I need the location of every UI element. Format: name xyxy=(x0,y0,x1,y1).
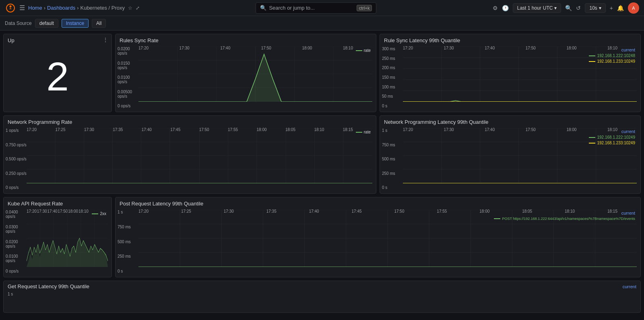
topbar: ☰ Home › Dashboards › Kubernetes / Proxy… xyxy=(0,0,644,16)
getreq-yaxis-top: 1 s xyxy=(4,290,640,298)
rules-yaxis: 0.0200 ops/s 0.0150 ops/s 0.0100 ops/s 0… xyxy=(118,45,138,110)
grafana-logo xyxy=(5,2,16,14)
rulelatency-ip1-label: 192.168.1.222:10248 xyxy=(597,53,635,58)
netproglatency-chart-area: 1 s 750 ms 500 ms 250 ms 0 s xyxy=(382,127,638,191)
chevron-down-icon: ▾ xyxy=(554,5,557,11)
alerts-icon[interactable]: 🔔 xyxy=(617,5,624,11)
panel-postreq-title: Post Request Latency 99th Quantile xyxy=(116,197,640,208)
refresh-rate-button[interactable]: 10s ▾ xyxy=(585,3,605,13)
kubeapi-chart-area: 0.0400 ops/s 0.0300 ops/s 0.0200 ops/s 0… xyxy=(6,208,109,275)
search-bar[interactable]: 🔍 Search or jump to... ctrl+k xyxy=(256,2,376,14)
panel-up-menu[interactable]: ⋮ xyxy=(103,37,108,43)
rulelatency-legend-green xyxy=(589,55,595,56)
filterbar: Data Source default Instance All xyxy=(0,16,644,31)
rulelatency-legend-yellow xyxy=(589,61,595,62)
add-panel-icon[interactable]: + xyxy=(610,5,613,11)
topbar-right: ⚙ 🕐 Last 1 hour UTC ▾ 🔍 ↺ 10s ▾ + 🔔 A xyxy=(493,2,639,14)
panel-up-value: 2 xyxy=(4,45,111,112)
netprog-legend-rate: rate xyxy=(364,130,371,134)
netproglatency-current-label: current xyxy=(621,129,635,134)
instance-filter[interactable]: Instance xyxy=(62,19,89,28)
panel-getreq-title: Get Request Latency 99th Quantile xyxy=(8,283,89,289)
panel-rule-sync-latency: Rule Sync Latency 99th Quantile 300 ms 2… xyxy=(380,34,641,112)
breadcrumb-dashboards[interactable]: Dashboards xyxy=(47,5,75,11)
postreq-chart-area: 1 s 750 ms 500 ms 250 ms 0 s xyxy=(118,208,638,275)
panel-post-request-latency: Post Request Latency 99th Quantile 1 s 7… xyxy=(115,197,641,277)
netprog-chart-inner: rate xyxy=(27,128,372,183)
postreq-legend: current POST https://192.168.1.222:6443/… xyxy=(494,211,635,221)
postreq-legend-url: POST https://192.168.1.222:6443/api/v1/n… xyxy=(502,217,635,221)
postreq-legend-green xyxy=(494,218,500,219)
panel-network-programming-latency: Network Programming Latency 99th Quantil… xyxy=(380,115,641,194)
rules-chart-svg xyxy=(138,47,372,102)
menu-toggle[interactable]: ☰ xyxy=(19,4,25,12)
rulelatency-ip2-label: 192.168.1.233:10249 xyxy=(597,59,635,64)
rulelatency-chart-area: 300 ms 250 ms 200 ms 150 ms 100 ms 50 ms… xyxy=(382,45,638,110)
panel-up-title: Up xyxy=(4,34,111,45)
netprog-legend-green xyxy=(356,132,362,133)
kubeapi-yaxis: 0.0400 ops/s 0.0300 ops/s 0.0200 ops/s 0… xyxy=(6,208,27,275)
svg-point-2 xyxy=(10,5,12,7)
netproglatency-legend-yellow xyxy=(589,143,595,144)
netproglatency-yaxis: 1 s 750 ms 500 ms 250 ms 0 s xyxy=(382,127,403,191)
panel-kube-api-request-rate: Kube API Request Rate 0.0400 ops/s 0.030… xyxy=(3,197,112,277)
panel-kubeapi-title: Kube API Request Rate xyxy=(4,197,111,208)
netproglatency-ip1-label: 192.168.1.222:10249 xyxy=(597,135,635,139)
postreq-chart-inner: current POST https://192.168.1.222:6443/… xyxy=(138,210,637,267)
getreq-current-label: current xyxy=(623,284,636,289)
star-icon[interactable]: ☆ xyxy=(128,5,132,11)
time-range-button[interactable]: Last 1 hour UTC ▾ xyxy=(513,3,561,13)
keyboard-shortcut: ctrl+k xyxy=(357,5,372,11)
kubeapi-legend-green xyxy=(92,213,98,214)
netproglatency-legend: current 192.168.1.222:10249 192.168.1.23… xyxy=(589,129,635,145)
breadcrumb: Home › Dashboards › Kubernetes / Proxy xyxy=(28,5,125,11)
search-icon: 🔍 xyxy=(260,5,266,11)
postreq-yaxis: 1 s 750 ms 500 ms 250 ms 0 s xyxy=(118,208,138,275)
panel-netproglatency-title: Network Programming Latency 99th Quantil… xyxy=(380,116,640,127)
panel-get-request-latency: Get Request Latency 99th Quantile curren… xyxy=(3,281,641,313)
kubeapi-legend: 2xx xyxy=(92,211,106,216)
clock-icon: 🕐 xyxy=(502,5,509,11)
rules-chart-area: 0.0200 ops/s 0.0150 ops/s 0.0100 ops/s 0… xyxy=(118,45,374,110)
panel-rulelatency-title: Rule Sync Latency 99th Quantile xyxy=(380,34,640,45)
netprog-legend: rate xyxy=(356,130,371,134)
netprog-yaxis: 1 ops/s 0.750 ops/s 0.500 ops/s 0.250 op… xyxy=(6,127,27,191)
netprog-chart-svg xyxy=(27,128,372,183)
legend-rate-label: rate xyxy=(364,48,371,53)
kubeapi-legend-2xx: 2xx xyxy=(100,211,106,216)
netproglatency-chart-inner: current 192.168.1.222:10249 192.168.1.23… xyxy=(403,128,637,183)
dashboard: Up ⋮ 2 Rules Sync Rate 0.0200 ops/s 0.01… xyxy=(0,31,644,316)
search-placeholder: Search or jump to... xyxy=(269,5,314,11)
rulelatency-current-label: current xyxy=(621,47,635,52)
panel-netprog-title: Network Programming Rate xyxy=(4,116,376,127)
rulelatency-yaxis: 300 ms 250 ms 200 ms 150 ms 100 ms 50 ms… xyxy=(382,45,403,110)
settings-icon[interactable]: ⚙ xyxy=(493,5,498,11)
panel-rules-sync-rate: Rules Sync Rate 0.0200 ops/s 0.0150 ops/… xyxy=(115,34,376,112)
refresh-rate-label: 10s xyxy=(589,5,597,11)
panel-network-programming-rate: Network Programming Rate 1 ops/s 0.750 o… xyxy=(3,115,376,194)
netproglatency-legend-green xyxy=(589,137,595,138)
kubeapi-chart-inner: 2xx xyxy=(27,210,108,267)
refresh-icon[interactable]: ↺ xyxy=(576,5,581,11)
share-icon[interactable]: ⤢ xyxy=(136,5,140,11)
timezone-label: UTC xyxy=(543,5,553,11)
kubeapi-chart-svg xyxy=(27,210,108,267)
topbar-left: ☰ Home › Dashboards › Kubernetes / Proxy… xyxy=(5,2,140,14)
user-avatar[interactable]: A xyxy=(628,2,639,14)
chevron-down-refresh-icon: ▾ xyxy=(599,5,601,11)
breadcrumb-current: Kubernetes / Proxy xyxy=(80,5,125,11)
rulelatency-legend: current 192.168.1.222:10248 192.168.1.23… xyxy=(589,47,635,64)
breadcrumb-home[interactable]: Home xyxy=(28,5,42,11)
rules-chart-inner: rate xyxy=(138,47,372,102)
legend-line-green xyxy=(356,50,362,51)
panel-up: Up ⋮ 2 xyxy=(3,34,112,112)
panel-rules-title: Rules Sync Rate xyxy=(116,34,376,45)
netprog-chart-area: 1 ops/s 0.750 ops/s 0.500 ops/s 0.250 op… xyxy=(6,127,374,191)
datasource-label: Data Source xyxy=(5,21,32,26)
netproglatency-ip2-label: 192.168.1.233:10249 xyxy=(597,141,635,145)
datasource-filter[interactable]: default xyxy=(35,19,58,28)
zoom-out-icon[interactable]: 🔍 xyxy=(565,5,572,11)
rules-legend: rate xyxy=(356,48,371,53)
all-filter[interactable]: All xyxy=(92,19,106,28)
rulelatency-chart-inner: current 192.168.1.222:10248 192.168.1.23… xyxy=(403,47,637,102)
